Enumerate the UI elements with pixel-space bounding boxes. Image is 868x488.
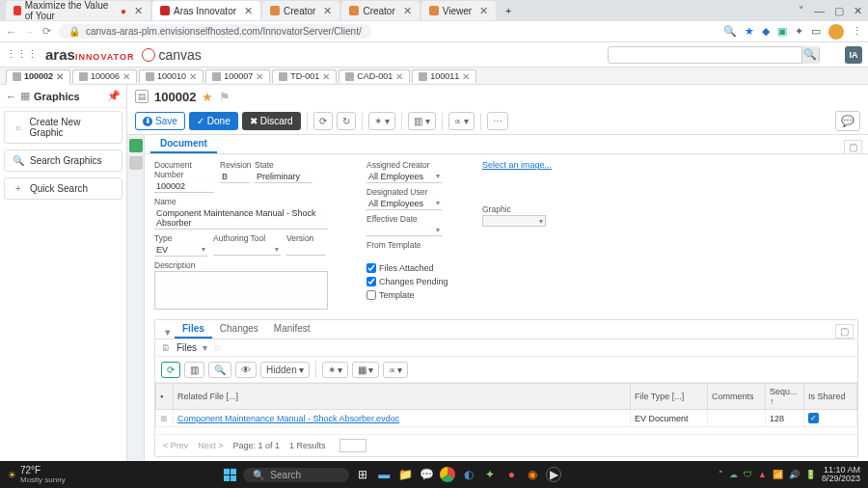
kebab-menu-icon[interactable]: ⋮ — [852, 25, 862, 38]
minimize-icon[interactable]: — — [814, 5, 825, 17]
workspace-tab[interactable]: 100002✕ — [6, 69, 70, 85]
taskbar-search[interactable]: 🔍Search — [243, 468, 349, 482]
more-button[interactable]: ⋯ — [487, 112, 508, 130]
close-icon[interactable]: ✕ — [56, 71, 64, 82]
description-field[interactable] — [154, 271, 328, 310]
report-button[interactable]: ▥ ▾ — [408, 112, 436, 130]
close-icon[interactable]: ✕ — [244, 5, 253, 17]
start-button[interactable] — [222, 467, 237, 482]
cell-comments[interactable] — [708, 410, 766, 427]
star-icon[interactable]: ☆ — [213, 342, 222, 353]
tray-shield-icon[interactable]: 🛡 — [744, 470, 752, 479]
maximize-icon[interactable]: ▢ — [834, 5, 844, 17]
close-icon[interactable]: ✕ — [189, 71, 197, 82]
auth-tool-select[interactable] — [213, 244, 281, 256]
task-view-icon[interactable]: ⊞ — [355, 467, 370, 482]
search-button[interactable]: 🔍 — [801, 46, 819, 64]
discussion-button[interactable]: 💬 — [835, 111, 860, 131]
discard-button[interactable]: ✖Discard — [242, 112, 301, 130]
global-search-input[interactable] — [609, 49, 801, 60]
rel-new-button[interactable]: ▥ — [184, 362, 204, 378]
refresh-button[interactable]: ⟳ — [313, 112, 333, 130]
close-icon[interactable]: ✕ — [122, 71, 130, 82]
window-close-icon[interactable]: ✕ — [854, 5, 862, 17]
changes-pending-checkbox[interactable] — [366, 277, 376, 286]
page-size-input[interactable] — [339, 439, 366, 452]
col-seq[interactable]: Sequ... ↑ — [766, 384, 804, 410]
prev-page-button[interactable]: < Prev — [163, 441, 188, 450]
bookmark-star-icon[interactable]: ★ — [745, 25, 754, 38]
profile-avatar[interactable] — [828, 24, 844, 40]
workspace-tab[interactable]: CAD-001✕ — [339, 69, 410, 83]
rel-action-button[interactable]: ✶▾ — [322, 362, 348, 378]
pin-icon[interactable]: 📌 — [107, 90, 121, 102]
tray-app-icon[interactable]: ▲ — [758, 470, 767, 479]
close-icon[interactable]: ✕ — [462, 71, 470, 82]
tab-changes[interactable]: Changes — [212, 320, 266, 339]
select-image-link[interactable]: Select an image... — [482, 160, 559, 170]
close-icon[interactable]: ✕ — [323, 5, 332, 17]
new-tab-button[interactable]: + — [498, 1, 519, 20]
tab-files[interactable]: Files — [175, 320, 212, 339]
close-icon[interactable]: ✕ — [134, 5, 143, 17]
save-button[interactable]: ⬇Save — [135, 112, 185, 130]
col-type[interactable]: File Type [...] — [631, 384, 708, 410]
sidebar-item-quick-search[interactable]: +Quick Search — [4, 177, 122, 200]
browser-tab[interactable]: Creator✕ — [341, 1, 419, 20]
col-comments[interactable]: Comments — [708, 384, 766, 410]
graphic-field[interactable] — [482, 215, 546, 227]
template-checkbox[interactable] — [366, 290, 376, 300]
tab-document[interactable]: Document — [150, 135, 217, 153]
reload-icon[interactable]: ⟳ — [42, 25, 51, 38]
extensions-puzzle-icon[interactable]: ✦ — [795, 25, 803, 38]
taskbar-chat-icon[interactable]: 💬 — [419, 467, 434, 482]
tray-chevron-icon[interactable]: ˄ — [719, 470, 723, 479]
chevron-down-icon[interactable]: ˅ — [799, 5, 804, 17]
file-link[interactable]: Component Maintenance Manual - Shock Abs… — [177, 414, 399, 423]
share-button[interactable]: ∝ ▾ — [448, 112, 475, 130]
expand-icon[interactable]: ▢ — [844, 140, 862, 153]
hidden-select[interactable]: Hidden ▾ — [260, 362, 310, 378]
designated-user-select[interactable]: All Employees — [366, 198, 442, 210]
zoom-icon[interactable]: 🔍 — [723, 25, 737, 38]
flag-icon[interactable]: ⚑ — [219, 90, 231, 104]
version-field[interactable] — [286, 244, 325, 256]
user-badge[interactable]: IA — [845, 46, 862, 64]
taskbar-chrome-icon[interactable] — [440, 467, 455, 482]
tray-onedrive-icon[interactable]: ☁ — [729, 470, 738, 479]
workspace-tab[interactable]: 100011✕ — [412, 69, 476, 83]
tray-volume-icon[interactable]: 🔊 — [789, 470, 800, 479]
chevron-down-icon[interactable]: ▾ — [203, 342, 207, 353]
collapse-icon[interactable]: ▾ — [161, 326, 175, 339]
taskbar-app-icon[interactable]: ● — [503, 467, 519, 482]
extension-icon[interactable]: ▣ — [777, 25, 787, 38]
browser-tab[interactable]: Viewer✕ — [421, 1, 496, 20]
next-page-button[interactable]: Next > — [198, 441, 223, 450]
tray-battery-icon[interactable]: 🔋 — [805, 470, 816, 479]
doc-number-field[interactable]: 100002 — [154, 180, 214, 193]
taskbar-clock[interactable]: 11:10 AM 8/29/2023 — [822, 466, 860, 483]
workspace-tab[interactable]: TD-001✕ — [272, 69, 337, 83]
taskbar-weather[interactable]: ☀ 72°FMostly sunny — [8, 465, 66, 484]
rel-view-button[interactable]: 👁 — [235, 362, 257, 378]
cell-seq[interactable]: 128 — [766, 410, 804, 427]
tray-wifi-icon[interactable]: 📶 — [773, 470, 783, 479]
close-icon[interactable]: ✕ — [479, 5, 488, 17]
rel-export-button[interactable]: ▦▾ — [352, 362, 379, 378]
tab-manifest[interactable]: Manifest — [266, 320, 318, 339]
browser-tab[interactable]: Aras Innovator✕ — [152, 1, 260, 20]
sidebar-item-create[interactable]: ○Create New Graphic — [4, 111, 122, 144]
extension-icon[interactable]: ◆ — [762, 25, 770, 38]
workspace-tab[interactable]: 100007✕ — [205, 69, 270, 83]
expand-icon[interactable]: ▢ — [835, 324, 854, 339]
done-button[interactable]: ✓Done — [189, 112, 238, 130]
taskbar-media-icon[interactable]: ▶ — [546, 467, 561, 482]
rel-share-button[interactable]: ∝▾ — [383, 362, 408, 378]
back-arrow-icon[interactable]: ← — [6, 91, 16, 102]
browser-tab[interactable]: Maximize the Value of Your●✕ — [6, 1, 150, 20]
taskbar-app-icon[interactable]: ▬ — [376, 467, 392, 482]
assigned-creator-select[interactable]: All Employees — [366, 171, 442, 183]
close-icon[interactable]: ✕ — [256, 71, 263, 82]
rel-search-button[interactable]: 🔍 — [208, 362, 231, 378]
select-all-header[interactable]: ▪ — [156, 384, 174, 410]
